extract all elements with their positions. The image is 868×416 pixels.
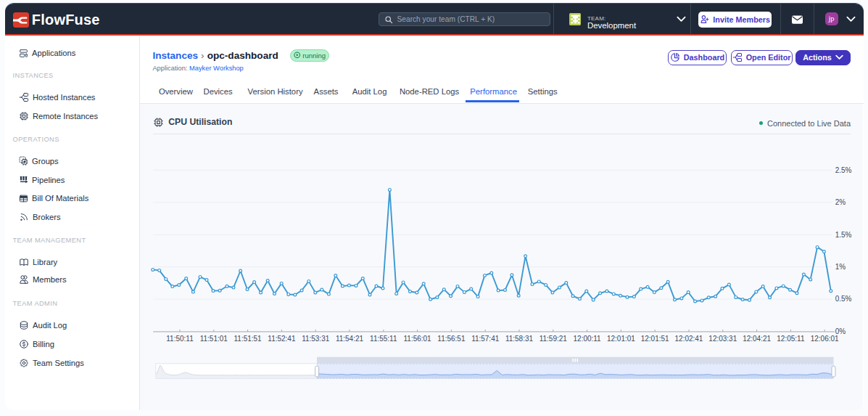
svg-text:12:04:21: 12:04:21: [743, 335, 771, 343]
svg-text:11:52:41: 11:52:41: [268, 335, 296, 343]
svg-text:11:50:11: 11:50:11: [166, 335, 194, 343]
svg-text:11:51:51: 11:51:51: [233, 335, 262, 343]
svg-text:12:01:51: 12:01:51: [641, 335, 669, 343]
svg-text:12:02:41: 12:02:41: [674, 335, 703, 343]
svg-text:11:56:01: 11:56:01: [403, 335, 431, 343]
svg-text:11:51:01: 11:51:01: [200, 335, 228, 343]
svg-text:11:58:31: 11:58:31: [505, 335, 534, 343]
svg-text:12:06:01: 12:06:01: [811, 335, 839, 343]
svg-text:11:56:51: 11:56:51: [437, 335, 466, 343]
svg-text:11:54:21: 11:54:21: [336, 335, 364, 343]
svg-text:12:03:31: 12:03:31: [708, 335, 737, 343]
svg-text:0%: 0%: [835, 327, 846, 335]
svg-text:11:53:31: 11:53:31: [302, 335, 330, 343]
svg-text:12:00:11: 12:00:11: [573, 335, 601, 343]
svg-text:2.5%: 2.5%: [835, 166, 851, 174]
svg-text:2%: 2%: [835, 198, 846, 206]
svg-text:12:01:01: 12:01:01: [607, 335, 635, 343]
svg-text:12:05:11: 12:05:11: [777, 335, 805, 343]
svg-text:1%: 1%: [835, 263, 846, 271]
svg-text:11:57:41: 11:57:41: [471, 335, 500, 343]
svg-text:11:59:21: 11:59:21: [540, 335, 568, 343]
svg-text:1.5%: 1.5%: [835, 230, 851, 238]
svg-text:0.5%: 0.5%: [835, 295, 851, 303]
svg-text:11:55:11: 11:55:11: [370, 335, 397, 343]
